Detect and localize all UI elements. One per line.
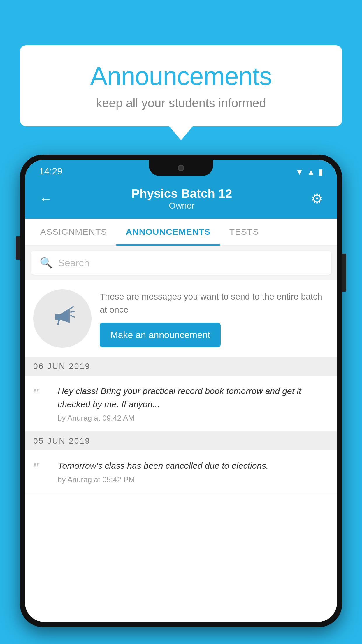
announcement-promo: These are messages you want to send to t… xyxy=(25,280,337,357)
date-section-2: 05 JUN 2019 xyxy=(25,432,337,450)
announcement-author-2: by Anurag at 05:42 PM xyxy=(58,475,329,484)
header-title: Physics Batch 12 xyxy=(52,187,311,201)
promo-description: These are messages you want to send to t… xyxy=(100,290,329,316)
announcement-item-1[interactable]: " Hey class! Bring your practical record… xyxy=(25,376,337,432)
tab-announcements[interactable]: ANNOUNCEMENTS xyxy=(116,219,220,245)
header-subtitle: Owner xyxy=(52,201,311,211)
status-time: 14:29 xyxy=(39,166,62,177)
header-center: Physics Batch 12 Owner xyxy=(52,187,311,211)
quote-icon-1: " xyxy=(33,386,51,402)
announcement-text-2: Tomorrow's class has been cancelled due … xyxy=(58,459,329,484)
phone-screen: 14:29 ▼ ▲ ▮ ← Physics Batch 12 Owner ⚙ xyxy=(25,160,337,622)
speech-bubble-container: Announcements keep all your students inf… xyxy=(20,45,342,126)
wifi-icon: ▼ xyxy=(296,167,304,177)
bubble-title: Announcements xyxy=(37,61,325,91)
phone-notch xyxy=(149,160,213,176)
app-header: ← Physics Batch 12 Owner ⚙ xyxy=(25,180,337,219)
svg-line-1 xyxy=(70,307,73,309)
date-label-2: 05 JUN 2019 xyxy=(33,436,90,445)
megaphone-icon xyxy=(49,302,75,335)
signal-icon: ▲ xyxy=(307,167,315,177)
announcement-message-2: Tomorrow's class has been cancelled due … xyxy=(58,459,329,472)
search-placeholder: Search xyxy=(58,257,89,269)
search-icon: 🔍 xyxy=(40,257,53,269)
announcement-author-1: by Anurag at 09:42 AM xyxy=(58,414,329,423)
back-button[interactable]: ← xyxy=(39,191,52,206)
phone-container: 14:29 ▼ ▲ ▮ ← Physics Batch 12 Owner ⚙ xyxy=(20,155,342,644)
announcement-item-2[interactable]: " Tomorrow's class has been cancelled du… xyxy=(25,450,337,493)
battery-icon: ▮ xyxy=(319,167,323,177)
speech-bubble: Announcements keep all your students inf… xyxy=(20,45,342,126)
status-icons: ▼ ▲ ▮ xyxy=(296,167,323,177)
phone-outer: 14:29 ▼ ▲ ▮ ← Physics Batch 12 Owner ⚙ xyxy=(20,155,342,627)
announcement-text-1: Hey class! Bring your practical record b… xyxy=(58,384,329,423)
date-label-1: 06 JUN 2019 xyxy=(33,362,90,371)
date-section-1: 06 JUN 2019 xyxy=(25,357,337,376)
tab-tests[interactable]: TESTS xyxy=(220,219,268,245)
settings-icon[interactable]: ⚙ xyxy=(311,191,323,206)
tabs-bar: ASSIGNMENTS ANNOUNCEMENTS TESTS xyxy=(25,219,337,246)
quote-icon-2: " xyxy=(33,461,51,477)
bubble-subtitle: keep all your students informed xyxy=(37,96,325,110)
promo-icon-circle xyxy=(33,289,92,348)
promo-right: These are messages you want to send to t… xyxy=(100,290,329,347)
svg-line-3 xyxy=(71,316,74,317)
content-area: 🔍 Search xyxy=(25,246,337,493)
search-bar[interactable]: 🔍 Search xyxy=(31,251,331,275)
tab-assignments[interactable]: ASSIGNMENTS xyxy=(31,219,116,245)
camera xyxy=(178,165,184,171)
svg-line-2 xyxy=(71,311,74,312)
make-announcement-button[interactable]: Make an announcement xyxy=(100,323,221,347)
announcement-message-1: Hey class! Bring your practical record b… xyxy=(58,384,329,411)
